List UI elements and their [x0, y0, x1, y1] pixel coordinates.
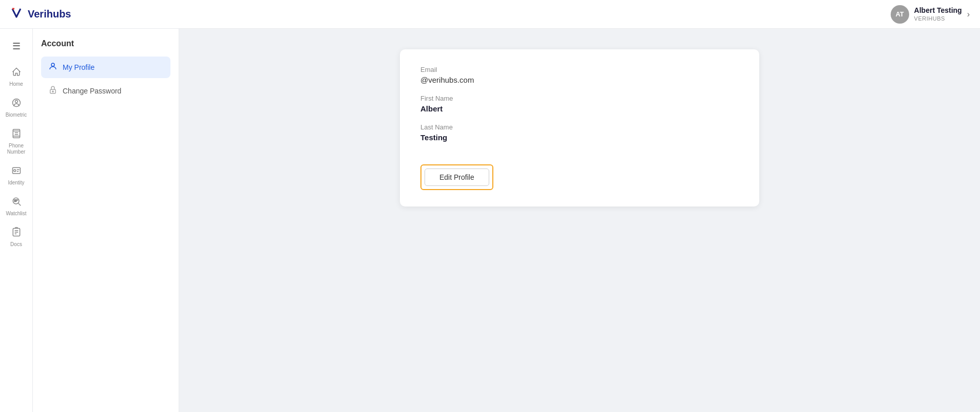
- sidebar-item-biometric[interactable]: Biometric: [2, 93, 31, 122]
- watchlist-label: Watchlist: [6, 211, 26, 217]
- sidebar-item-phone-number[interactable]: Phone Number: [2, 124, 31, 159]
- email-label: Email: [420, 66, 739, 73]
- navbar-right[interactable]: AT Albert Testing VERIHUBS ›: [891, 5, 970, 24]
- user-name: Albert Testing: [914, 6, 962, 15]
- last-name-value: Testing: [420, 133, 739, 142]
- svg-point-18: [52, 91, 53, 92]
- hamburger-icon: ☰: [12, 41, 21, 52]
- biometric-label: Biometric: [6, 112, 27, 118]
- sidebar-item-docs[interactable]: Docs: [2, 223, 31, 252]
- edit-profile-highlight: Edit Profile: [420, 164, 493, 190]
- menu-item-my-profile[interactable]: My Profile: [41, 57, 170, 78]
- identity-label: Identity: [8, 180, 24, 186]
- svg-rect-13: [14, 200, 17, 200]
- account-title: Account: [41, 39, 170, 48]
- first-name-value: Albert: [420, 104, 739, 113]
- navbar-left: Verihubs: [10, 7, 71, 22]
- chevron-right-icon[interactable]: ›: [967, 10, 970, 19]
- account-sidebar: Account My Profile Change Password: [33, 29, 179, 412]
- identity-icon: [11, 165, 22, 178]
- last-name-label: Last Name: [420, 123, 739, 131]
- hamburger-button[interactable]: ☰: [6, 36, 27, 57]
- docs-label: Docs: [10, 241, 22, 248]
- svg-point-8: [13, 170, 15, 172]
- home-icon: [11, 67, 22, 80]
- user-org: VERIHUBS: [914, 15, 962, 22]
- svg-rect-2: [13, 129, 20, 138]
- watchlist-icon: [11, 196, 22, 209]
- svg-line-12: [18, 203, 21, 206]
- sidebar-item-home[interactable]: Home: [2, 63, 31, 91]
- home-label: Home: [9, 81, 23, 87]
- top-navbar: Verihubs AT Albert Testing VERIHUBS ›: [0, 0, 980, 29]
- content-area: Email @verihubs.com First Name Albert La…: [179, 29, 980, 412]
- change-password-label: Change Password: [63, 87, 121, 95]
- svg-point-16: [51, 63, 54, 66]
- sidebar-item-watchlist[interactable]: Watchlist: [2, 192, 31, 221]
- biometric-icon: [11, 98, 22, 110]
- svg-rect-14: [14, 201, 16, 201]
- logo-icon: [10, 7, 23, 22]
- brand-name: Verihubs: [28, 8, 71, 20]
- first-name-field: First Name Albert: [420, 95, 739, 113]
- email-field: Email @verihubs.com: [420, 66, 739, 84]
- phone-number-icon: [11, 128, 22, 141]
- profile-card: Email @verihubs.com First Name Albert La…: [400, 49, 759, 207]
- change-password-icon: [48, 85, 57, 97]
- docs-icon: [11, 227, 22, 240]
- email-value: @verihubs.com: [420, 76, 739, 84]
- main-layout: ☰ Home Biometric: [0, 29, 980, 412]
- menu-item-change-password[interactable]: Change Password: [41, 80, 170, 102]
- last-name-field: Last Name Testing: [420, 123, 739, 142]
- icon-sidebar: ☰ Home Biometric: [0, 29, 33, 412]
- my-profile-label: My Profile: [63, 63, 94, 71]
- edit-profile-button[interactable]: Edit Profile: [425, 168, 489, 186]
- user-info: Albert Testing VERIHUBS: [914, 6, 962, 22]
- sidebar-item-identity[interactable]: Identity: [2, 161, 31, 190]
- first-name-label: First Name: [420, 95, 739, 102]
- phone-number-label: Phone Number: [4, 143, 29, 155]
- svg-point-0: [15, 100, 17, 103]
- avatar: AT: [891, 5, 909, 24]
- my-profile-icon: [48, 62, 57, 73]
